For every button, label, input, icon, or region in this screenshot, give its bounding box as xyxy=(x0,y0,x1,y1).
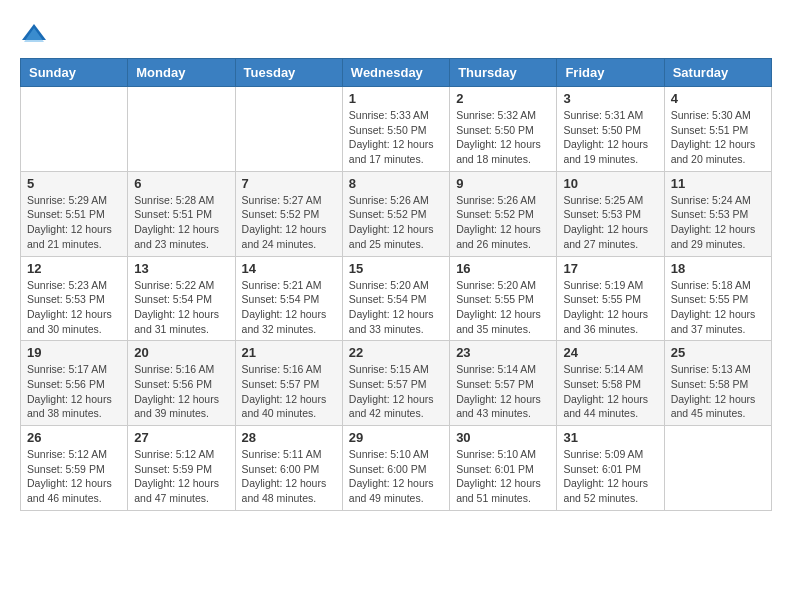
day-number: 8 xyxy=(349,176,443,191)
day-info: Sunrise: 5:12 AM Sunset: 5:59 PM Dayligh… xyxy=(27,447,121,506)
week-row-3: 12Sunrise: 5:23 AM Sunset: 5:53 PM Dayli… xyxy=(21,256,772,341)
day-number: 13 xyxy=(134,261,228,276)
week-row-1: 1Sunrise: 5:33 AM Sunset: 5:50 PM Daylig… xyxy=(21,87,772,172)
day-number: 15 xyxy=(349,261,443,276)
day-number: 21 xyxy=(242,345,336,360)
day-number: 30 xyxy=(456,430,550,445)
day-number: 10 xyxy=(563,176,657,191)
day-number: 26 xyxy=(27,430,121,445)
day-number: 11 xyxy=(671,176,765,191)
day-info: Sunrise: 5:25 AM Sunset: 5:53 PM Dayligh… xyxy=(563,193,657,252)
calendar-cell: 14Sunrise: 5:21 AM Sunset: 5:54 PM Dayli… xyxy=(235,256,342,341)
calendar-cell: 9Sunrise: 5:26 AM Sunset: 5:52 PM Daylig… xyxy=(450,171,557,256)
day-info: Sunrise: 5:31 AM Sunset: 5:50 PM Dayligh… xyxy=(563,108,657,167)
header-tuesday: Tuesday xyxy=(235,59,342,87)
day-number: 20 xyxy=(134,345,228,360)
day-number: 25 xyxy=(671,345,765,360)
day-number: 12 xyxy=(27,261,121,276)
day-info: Sunrise: 5:15 AM Sunset: 5:57 PM Dayligh… xyxy=(349,362,443,421)
day-info: Sunrise: 5:10 AM Sunset: 6:00 PM Dayligh… xyxy=(349,447,443,506)
calendar-cell: 18Sunrise: 5:18 AM Sunset: 5:55 PM Dayli… xyxy=(664,256,771,341)
day-number: 28 xyxy=(242,430,336,445)
day-info: Sunrise: 5:32 AM Sunset: 5:50 PM Dayligh… xyxy=(456,108,550,167)
calendar-cell: 7Sunrise: 5:27 AM Sunset: 5:52 PM Daylig… xyxy=(235,171,342,256)
calendar-cell: 28Sunrise: 5:11 AM Sunset: 6:00 PM Dayli… xyxy=(235,426,342,511)
week-row-5: 26Sunrise: 5:12 AM Sunset: 5:59 PM Dayli… xyxy=(21,426,772,511)
day-info: Sunrise: 5:22 AM Sunset: 5:54 PM Dayligh… xyxy=(134,278,228,337)
calendar-cell: 17Sunrise: 5:19 AM Sunset: 5:55 PM Dayli… xyxy=(557,256,664,341)
calendar-cell: 4Sunrise: 5:30 AM Sunset: 5:51 PM Daylig… xyxy=(664,87,771,172)
calendar-cell: 16Sunrise: 5:20 AM Sunset: 5:55 PM Dayli… xyxy=(450,256,557,341)
day-number: 22 xyxy=(349,345,443,360)
day-number: 9 xyxy=(456,176,550,191)
calendar-cell xyxy=(128,87,235,172)
day-number: 1 xyxy=(349,91,443,106)
day-number: 3 xyxy=(563,91,657,106)
day-info: Sunrise: 5:14 AM Sunset: 5:57 PM Dayligh… xyxy=(456,362,550,421)
header-wednesday: Wednesday xyxy=(342,59,449,87)
day-info: Sunrise: 5:10 AM Sunset: 6:01 PM Dayligh… xyxy=(456,447,550,506)
calendar-cell: 3Sunrise: 5:31 AM Sunset: 5:50 PM Daylig… xyxy=(557,87,664,172)
calendar-cell: 27Sunrise: 5:12 AM Sunset: 5:59 PM Dayli… xyxy=(128,426,235,511)
calendar-cell: 6Sunrise: 5:28 AM Sunset: 5:51 PM Daylig… xyxy=(128,171,235,256)
calendar-cell xyxy=(21,87,128,172)
day-number: 18 xyxy=(671,261,765,276)
calendar-cell: 29Sunrise: 5:10 AM Sunset: 6:00 PM Dayli… xyxy=(342,426,449,511)
day-info: Sunrise: 5:16 AM Sunset: 5:57 PM Dayligh… xyxy=(242,362,336,421)
day-info: Sunrise: 5:16 AM Sunset: 5:56 PM Dayligh… xyxy=(134,362,228,421)
header-friday: Friday xyxy=(557,59,664,87)
calendar-table: SundayMondayTuesdayWednesdayThursdayFrid… xyxy=(20,58,772,511)
day-number: 14 xyxy=(242,261,336,276)
day-info: Sunrise: 5:11 AM Sunset: 6:00 PM Dayligh… xyxy=(242,447,336,506)
day-info: Sunrise: 5:20 AM Sunset: 5:55 PM Dayligh… xyxy=(456,278,550,337)
calendar-cell: 30Sunrise: 5:10 AM Sunset: 6:01 PM Dayli… xyxy=(450,426,557,511)
day-info: Sunrise: 5:23 AM Sunset: 5:53 PM Dayligh… xyxy=(27,278,121,337)
day-number: 6 xyxy=(134,176,228,191)
day-number: 24 xyxy=(563,345,657,360)
calendar-header-row: SundayMondayTuesdayWednesdayThursdayFrid… xyxy=(21,59,772,87)
day-info: Sunrise: 5:17 AM Sunset: 5:56 PM Dayligh… xyxy=(27,362,121,421)
calendar-cell: 23Sunrise: 5:14 AM Sunset: 5:57 PM Dayli… xyxy=(450,341,557,426)
calendar-cell: 15Sunrise: 5:20 AM Sunset: 5:54 PM Dayli… xyxy=(342,256,449,341)
day-number: 31 xyxy=(563,430,657,445)
day-info: Sunrise: 5:28 AM Sunset: 5:51 PM Dayligh… xyxy=(134,193,228,252)
day-info: Sunrise: 5:27 AM Sunset: 5:52 PM Dayligh… xyxy=(242,193,336,252)
header-saturday: Saturday xyxy=(664,59,771,87)
day-info: Sunrise: 5:14 AM Sunset: 5:58 PM Dayligh… xyxy=(563,362,657,421)
week-row-2: 5Sunrise: 5:29 AM Sunset: 5:51 PM Daylig… xyxy=(21,171,772,256)
calendar-cell: 20Sunrise: 5:16 AM Sunset: 5:56 PM Dayli… xyxy=(128,341,235,426)
calendar-cell: 13Sunrise: 5:22 AM Sunset: 5:54 PM Dayli… xyxy=(128,256,235,341)
header-thursday: Thursday xyxy=(450,59,557,87)
calendar-cell: 19Sunrise: 5:17 AM Sunset: 5:56 PM Dayli… xyxy=(21,341,128,426)
day-info: Sunrise: 5:26 AM Sunset: 5:52 PM Dayligh… xyxy=(349,193,443,252)
logo-icon xyxy=(20,20,48,48)
calendar-cell: 22Sunrise: 5:15 AM Sunset: 5:57 PM Dayli… xyxy=(342,341,449,426)
calendar-cell: 5Sunrise: 5:29 AM Sunset: 5:51 PM Daylig… xyxy=(21,171,128,256)
day-number: 7 xyxy=(242,176,336,191)
day-info: Sunrise: 5:24 AM Sunset: 5:53 PM Dayligh… xyxy=(671,193,765,252)
day-info: Sunrise: 5:12 AM Sunset: 5:59 PM Dayligh… xyxy=(134,447,228,506)
page-header xyxy=(20,20,772,48)
calendar-cell: 2Sunrise: 5:32 AM Sunset: 5:50 PM Daylig… xyxy=(450,87,557,172)
day-number: 27 xyxy=(134,430,228,445)
calendar-cell: 11Sunrise: 5:24 AM Sunset: 5:53 PM Dayli… xyxy=(664,171,771,256)
calendar-cell: 1Sunrise: 5:33 AM Sunset: 5:50 PM Daylig… xyxy=(342,87,449,172)
logo xyxy=(20,20,52,48)
calendar-cell: 21Sunrise: 5:16 AM Sunset: 5:57 PM Dayli… xyxy=(235,341,342,426)
day-info: Sunrise: 5:29 AM Sunset: 5:51 PM Dayligh… xyxy=(27,193,121,252)
calendar-cell: 25Sunrise: 5:13 AM Sunset: 5:58 PM Dayli… xyxy=(664,341,771,426)
day-number: 5 xyxy=(27,176,121,191)
calendar-cell: 24Sunrise: 5:14 AM Sunset: 5:58 PM Dayli… xyxy=(557,341,664,426)
day-info: Sunrise: 5:18 AM Sunset: 5:55 PM Dayligh… xyxy=(671,278,765,337)
calendar-cell: 8Sunrise: 5:26 AM Sunset: 5:52 PM Daylig… xyxy=(342,171,449,256)
calendar-cell xyxy=(235,87,342,172)
day-number: 4 xyxy=(671,91,765,106)
day-info: Sunrise: 5:26 AM Sunset: 5:52 PM Dayligh… xyxy=(456,193,550,252)
day-info: Sunrise: 5:19 AM Sunset: 5:55 PM Dayligh… xyxy=(563,278,657,337)
calendar-cell: 10Sunrise: 5:25 AM Sunset: 5:53 PM Dayli… xyxy=(557,171,664,256)
day-info: Sunrise: 5:33 AM Sunset: 5:50 PM Dayligh… xyxy=(349,108,443,167)
header-monday: Monday xyxy=(128,59,235,87)
day-number: 17 xyxy=(563,261,657,276)
day-number: 2 xyxy=(456,91,550,106)
day-info: Sunrise: 5:09 AM Sunset: 6:01 PM Dayligh… xyxy=(563,447,657,506)
